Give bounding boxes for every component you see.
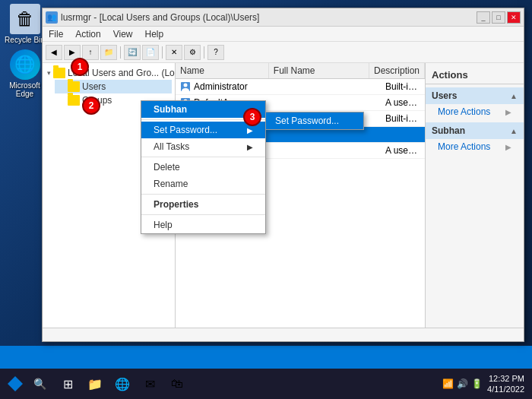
close-button[interactable]: ✕ — [507, 11, 521, 24]
actions-header: Actions — [426, 66, 524, 84]
col-header-fullname[interactable]: Full Name — [269, 63, 369, 78]
actions-subhan-arrow: ▲ — [510, 127, 518, 135]
step-1-container: 1 → — [71, 59, 84, 74]
tree-users-label: Users — [82, 81, 106, 92]
tree-item-users[interactable]: Users — [55, 80, 172, 93]
maximize-button[interactable]: □ — [492, 11, 505, 24]
title-bar-left: 👥 lusrmgr - [Local Users and Groups (Loc… — [46, 11, 259, 24]
desktop: 🗑 Recycle Bin 🌐 Microsoft Edge 👥 lusrmgr… — [0, 0, 532, 346]
tree-root-icon — [53, 68, 65, 78]
sys-tray-network: 📶 — [442, 378, 454, 389]
col-header-name[interactable]: Name — [176, 63, 269, 78]
cell-desc-defaultaccount: A user account managed by the s... — [381, 95, 425, 110]
taskbar-task-view[interactable]: ⊞ — [55, 371, 81, 397]
lusrmgr-window: 👥 lusrmgr - [Local Users and Groups (Loc… — [42, 8, 524, 342]
actions-subhan-more[interactable]: More Actions ▶ — [426, 139, 524, 154]
ctx-subhan-label: Subhan — [154, 104, 187, 115]
ctx-sep-2 — [141, 157, 265, 157]
actions-section-users-title[interactable]: Users ▲ — [426, 87, 524, 104]
actions-section-users: Users ▲ More Actions ▶ — [426, 87, 524, 119]
recycle-bin-icon[interactable]: 🗑 Recycle Bin — [4, 4, 46, 44]
submenu-set-password-label: Set Password... — [275, 116, 339, 126]
content-area: ▾ Local Users and Gro... (Local) Users G… — [43, 63, 524, 328]
ctx-sep-4 — [141, 214, 265, 215]
cell-desc-wdag: A user account managed and use... — [381, 143, 425, 158]
cell-desc-subhan — [381, 132, 425, 137]
help-toolbar-button[interactable]: ? — [207, 45, 224, 60]
cell-desc-guest: Built-in account for guest access t... — [381, 111, 425, 126]
taskbar-edge[interactable]: 🌐 — [109, 371, 135, 397]
list-row[interactable]: Administrator Built-in account for admin… — [176, 79, 425, 95]
actions-users-more[interactable]: More Actions ▶ — [426, 104, 524, 119]
taskbar-clock[interactable]: 12:32 PM 4/11/2022 — [487, 373, 524, 395]
start-button[interactable] — [3, 372, 27, 396]
sys-tray-icons: 📶 🔊 🔋 — [442, 378, 483, 389]
delete-button[interactable]: ✕ — [166, 45, 182, 60]
menu-file[interactable]: File — [46, 29, 66, 40]
ctx-delete-label: Delete — [154, 162, 180, 173]
start-icon — [8, 376, 23, 391]
step-2-badge: 2 — [82, 97, 100, 115]
export-button[interactable]: 📄 — [142, 45, 159, 60]
back-button[interactable]: ◀ — [46, 45, 62, 60]
toolbar: ◀ ▶ ↑ 📁 🔄 📄 ✕ ⚙ ? — [43, 42, 524, 63]
show-tree-button[interactable]: 📁 — [100, 45, 117, 60]
taskbar-search-button[interactable]: 🔍 — [30, 375, 49, 393]
step-3-badge: 3 — [243, 108, 261, 126]
taskbar-right: 📶 🔊 🔋 12:32 PM 4/11/2022 — [438, 373, 529, 395]
step-1-badge: 1 — [71, 58, 89, 76]
up-button[interactable]: ↑ — [82, 45, 99, 60]
window-title: lusrmgr - [Local Users and Groups (Local… — [61, 12, 259, 23]
ctx-help-label: Help — [154, 220, 173, 230]
ctx-item-all-tasks[interactable]: All Tasks ▶ — [141, 138, 265, 155]
edge-desktop-label: Microsoft Edge — [4, 81, 46, 98]
menu-view[interactable]: View — [110, 29, 136, 40]
actions-section-subhan-title[interactable]: Subhan ▲ — [426, 122, 524, 139]
actions-subhan-label: Subhan — [432, 125, 465, 136]
ctx-item-help[interactable]: Help — [141, 217, 265, 233]
ctx-all-tasks-label: All Tasks — [154, 141, 189, 152]
submenu-set-password: Set Password... — [265, 112, 364, 130]
ctx-set-password-arrow: ▶ — [247, 126, 253, 135]
edge-icon-image: 🌐 — [10, 49, 40, 80]
actions-users-more-arrow: ▶ — [505, 108, 511, 116]
submenu-set-password-item[interactable]: Set Password... — [266, 112, 363, 129]
ctx-rename-label: Rename — [154, 179, 188, 189]
ctx-item-properties[interactable]: Properties — [141, 196, 265, 213]
taskbar-date-display: 4/11/2022 — [487, 384, 524, 394]
ctx-sep-3 — [141, 194, 265, 195]
actions-users-arrow: ▲ — [510, 92, 518, 100]
ctx-item-delete[interactable]: Delete — [141, 159, 265, 176]
taskbar-store[interactable]: 🛍 — [164, 371, 190, 397]
tree-expand-root: ▾ — [47, 69, 51, 77]
properties-button[interactable]: ⚙ — [184, 45, 201, 60]
recycle-bin-image: 🗑 — [10, 4, 40, 34]
actions-section-subhan: Subhan ▲ More Actions ▶ — [426, 122, 524, 154]
minimize-button[interactable]: _ — [477, 11, 490, 24]
sys-tray-battery: 🔋 — [471, 378, 483, 389]
taskbar: 🔍 ⊞ 📁 🌐 ✉ 🛍 📶 🔊 🔋 12:32 PM 4/11/2022 — [0, 369, 532, 399]
menu-bar: File Action View Help — [43, 27, 524, 42]
user-icon-administrator — [180, 81, 191, 92]
col-header-desc[interactable]: Description — [369, 63, 425, 78]
toolbar-separator-2 — [162, 46, 163, 59]
taskbar-file-explorer[interactable]: 📁 — [82, 371, 108, 397]
taskbar-mail[interactable]: ✉ — [137, 371, 163, 397]
sys-tray-volume: 🔊 — [457, 378, 468, 389]
cell-fullname-subhan — [274, 132, 381, 137]
menu-action[interactable]: Action — [72, 29, 103, 40]
cell-name-administrator: Administrator — [176, 79, 274, 94]
menu-help[interactable]: Help — [142, 29, 167, 40]
list-header: Name Full Name Description — [176, 63, 425, 79]
actions-subhan-more-label: More Actions — [438, 141, 490, 152]
tree-groups-icon — [68, 95, 80, 106]
title-bar-controls: _ □ ✕ — [477, 11, 521, 24]
refresh-button[interactable]: 🔄 — [124, 45, 141, 60]
window-icon: 👥 — [46, 11, 58, 24]
tree-root[interactable]: ▾ Local Users and Gro... (Local) — [46, 66, 172, 80]
cell-fullname-administrator — [274, 84, 381, 89]
edge-desktop-icon[interactable]: 🌐 Microsoft Edge — [4, 49, 46, 98]
ctx-item-rename[interactable]: Rename — [141, 176, 265, 192]
actions-subhan-more-arrow: ▶ — [505, 143, 511, 151]
actions-pane: Actions Users ▲ More Actions ▶ Subhan ▲ — [425, 63, 524, 328]
